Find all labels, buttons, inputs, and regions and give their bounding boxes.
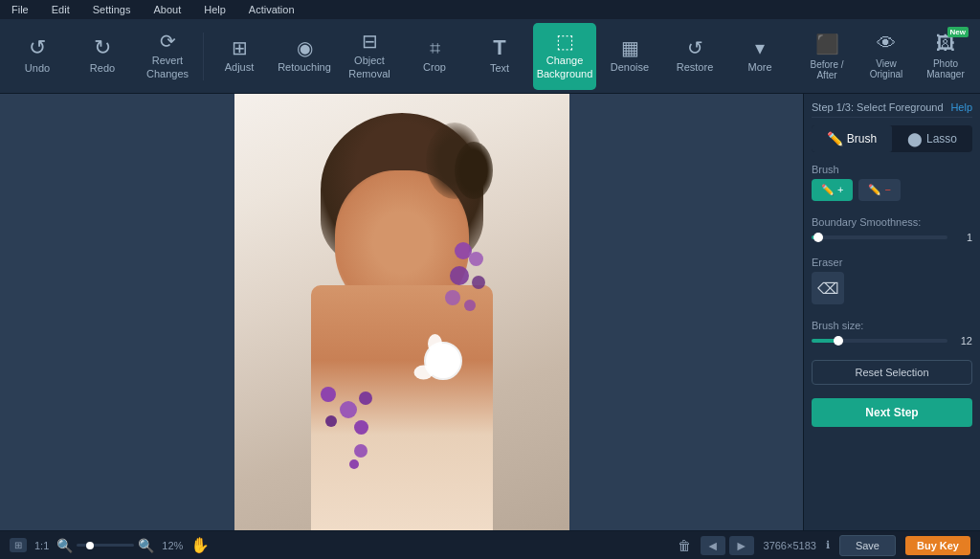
boundary-section: Boundary Smoothness: 1 [812,216,972,249]
menu-edit[interactable]: Edit [48,2,74,17]
tool-more[interactable]: ▾ More [728,23,791,90]
redo-icon: ↻ [94,37,111,58]
next-step-btn[interactable]: Next Step [812,398,972,427]
menu-about[interactable]: About [149,2,185,17]
adjust-icon: ⊞ [232,38,248,57]
photo-image [234,94,569,530]
zoom-controls: 🔍 🔍 [56,538,154,553]
trash-icon[interactable]: 🗑 [678,538,691,553]
change-bg-label: ChangeBackground [537,55,593,79]
brush-mode-icon: ✏️ [827,131,843,146]
redo-label: Redo [90,62,115,75]
next-arrow[interactable]: ► [729,536,754,555]
hand-tool-icon[interactable]: ✋ [190,536,210,554]
lasso-mode-label: Lasso [926,132,957,145]
remove-brush-btn[interactable]: ✏️ − [858,179,900,201]
remove-brush-icon: ✏️ − [868,184,890,196]
step-info: Step 1/3: Select Foreground Help [812,101,972,118]
boundary-slider-thumb[interactable] [813,233,823,242]
canvas-area[interactable] [0,94,803,530]
zoom-level: 1:1 [34,540,49,551]
tool-redo[interactable]: ↻ Redo [71,23,134,90]
retouching-label: Retouching [278,61,331,74]
tool-revert[interactable]: ⟳ RevertChanges [136,23,199,90]
tool-undo[interactable]: ↺ Undo [6,23,69,90]
view-original-icon: 👁 [877,33,896,55]
save-button[interactable]: Save [839,535,896,556]
undo-icon: ↺ [29,37,46,58]
tool-change-background[interactable]: ⬚ ChangeBackground [533,23,596,90]
menu-file[interactable]: File [8,2,33,17]
right-panel: Step 1/3: Select Foreground Help ✏️ Brus… [803,94,980,530]
tool-photo-manager[interactable]: New 🖼 PhotoManager [917,23,974,90]
tool-object-removal[interactable]: ⊟ ObjectRemoval [338,23,401,90]
info-icon[interactable]: ℹ [826,539,830,551]
brush-size-slider-row: 12 [812,335,972,347]
photo-manager-label: PhotoManager [926,58,964,79]
boundary-slider-row: 1 [812,232,972,243]
change-bg-icon: ⬚ [556,32,574,51]
tool-restore[interactable]: ↺ Restore [663,23,726,90]
crop-label: Crop [423,61,446,74]
zoom-out-icon[interactable]: 🔍 [56,538,73,553]
status-right: 🗑 ◄ ► 3766×5183 ℹ Save Buy Key [678,535,970,556]
more-label: More [747,61,771,74]
zoom-in-icon[interactable]: 🔍 [138,538,154,553]
tool-view-original[interactable]: 👁 ViewOriginal [858,23,915,90]
prev-arrow[interactable]: ◄ [701,536,725,555]
image-dimensions: 3766×5183 [764,540,816,551]
restore-icon: ↺ [687,38,703,57]
zoom-percent: 12% [162,540,183,551]
eraser-section: Eraser ⌫ [812,257,972,312]
eraser-label: Eraser [812,257,972,268]
zoom-slider-thumb[interactable] [86,542,94,549]
brush-tools: ✏️ + ✏️ − [812,179,972,201]
denoise-icon: ▦ [621,38,639,57]
boundary-value: 1 [953,232,972,243]
buy-key-button[interactable]: Buy Key [905,536,970,555]
status-bar: ⊞ 1:1 🔍 🔍 12% ✋ 🗑 ◄ ► 3766×5183 ℹ Save B… [0,530,980,559]
menu-settings[interactable]: Settings [89,2,135,17]
eraser-btn[interactable]: ⌫ [812,272,844,304]
zoom-slider[interactable] [77,544,134,547]
before-after-label: Before /After [810,59,843,80]
tool-crop[interactable]: ⌗ Crop [403,23,466,90]
brush-size-slider-thumb[interactable] [834,336,843,346]
status-left: ⊞ 1:1 🔍 🔍 12% ✋ [10,536,668,554]
text-icon: T [493,37,505,58]
add-brush-btn[interactable]: ✏️ + [812,179,853,201]
lasso-mode-btn[interactable]: ⬤ Lasso [892,125,972,152]
restore-label: Restore [677,61,714,74]
adjust-label: Adjust [225,61,255,74]
brush-section-label: Brush [812,164,972,175]
fit-btn[interactable]: ⊞ [10,538,27,552]
undo-label: Undo [25,62,50,75]
tool-denoise[interactable]: ▦ Denoise [598,23,661,90]
brush-size-slider-track[interactable] [812,339,947,343]
tool-retouching[interactable]: ◉ Retouching [273,23,336,90]
separator-1 [203,33,204,80]
tool-adjust[interactable]: ⊞ Adjust [208,23,271,90]
revert-icon: ⟳ [160,32,176,51]
new-badge: New [947,27,969,37]
mode-toggle: ✏️ Brush ⬤ Lasso [812,125,972,152]
tool-before-after[interactable]: ⬛ Before /After [798,23,856,90]
object-removal-icon: ⊟ [362,32,378,51]
revert-label: RevertChanges [146,55,189,79]
main-content: Step 1/3: Select Foreground Help ✏️ Brus… [0,94,980,530]
photo-container [234,94,569,530]
boundary-label: Boundary Smoothness: [812,216,972,228]
crop-icon: ⌗ [430,38,440,57]
menu-activation[interactable]: Activation [245,2,299,17]
boundary-slider-track[interactable] [812,235,947,239]
more-icon: ▾ [755,38,765,57]
brush-mode-btn[interactable]: ✏️ Brush [812,125,892,152]
add-brush-icon: ✏️ + [821,184,843,196]
brush-size-section: Brush size: 12 [812,320,972,352]
menu-help[interactable]: Help [200,2,230,17]
reset-selection-btn[interactable]: Reset Selection [812,360,972,385]
text-label: Text [490,62,509,75]
tool-text[interactable]: T Text [468,23,531,90]
brush-mode-label: Brush [847,132,877,145]
help-link[interactable]: Help [950,101,972,113]
